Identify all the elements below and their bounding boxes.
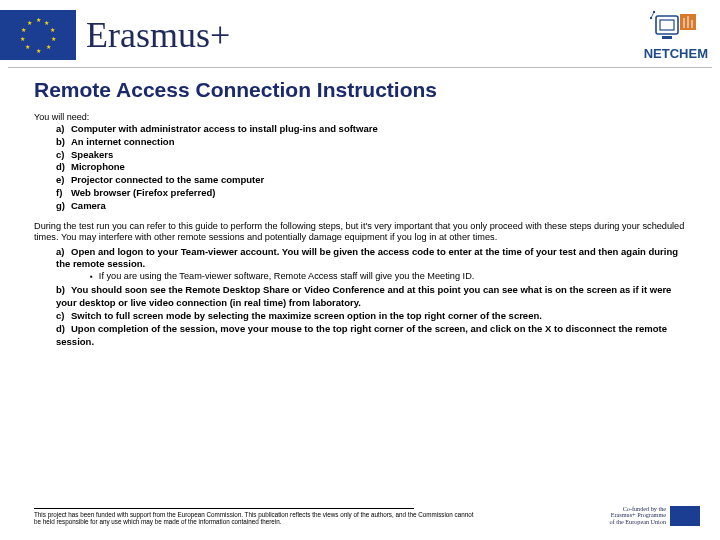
page-header: ★★ ★★ ★★ ★★ ★★ Erasmus+ NETC <box>0 0 720 65</box>
page-footer: This project has been funded with suppor… <box>34 506 700 526</box>
list-item: e)Projector connected to the same comput… <box>56 174 692 187</box>
eu-flag-small-icon <box>670 506 700 526</box>
footer-divider <box>34 508 414 509</box>
svg-rect-1 <box>660 20 674 30</box>
list-item: g)Camera <box>56 200 692 213</box>
list-item: f)Web browser (Firefox preferred) <box>56 187 692 200</box>
list-item: b)An internet connection <box>56 136 692 149</box>
steps-list: a)Open and logon to your Team-viewer acc… <box>34 246 692 348</box>
disclaimer-text: This project has been funded with suppor… <box>34 511 474 526</box>
list-item: d)Upon completion of the session, move y… <box>56 323 692 348</box>
requirements-intro: You will need: <box>34 112 692 122</box>
requirements-list: a)Computer with administrator access to … <box>34 123 692 213</box>
list-item: c)Speakers <box>56 149 692 162</box>
svg-rect-2 <box>662 36 672 39</box>
list-item: c)Switch to full screen mode by selectin… <box>56 310 692 322</box>
sub-item: If you are using the Team-viewer softwar… <box>90 271 692 283</box>
netchem-label: NETCHEM <box>644 46 708 61</box>
svg-rect-0 <box>656 16 678 34</box>
svg-line-8 <box>651 12 654 18</box>
footer-left: This project has been funded with suppor… <box>34 508 599 526</box>
instruction-paragraph: During the test run you can refer to thi… <box>34 221 692 244</box>
list-item: b)You should soon see the Remote Desktop… <box>56 284 692 309</box>
page-title: Remote Access Connection Instructions <box>34 78 692 102</box>
netchem-icon <box>650 8 702 44</box>
list-item: a)Computer with administrator access to … <box>56 123 692 136</box>
footer-right: Co-funded by the Erasmus+ Programme of t… <box>609 506 700 526</box>
erasmus-logo-text: Erasmus+ <box>86 14 230 56</box>
cofunded-text: Co-funded by the Erasmus+ Programme of t… <box>609 506 666 526</box>
netchem-logo: NETCHEM <box>644 8 708 61</box>
list-item: a)Open and logon to your Team-viewer acc… <box>56 246 692 271</box>
list-item: d)Microphone <box>56 161 692 174</box>
document-body: Remote Access Connection Instructions Yo… <box>0 68 720 348</box>
sub-list: If you are using the Team-viewer softwar… <box>56 271 692 283</box>
header-left: ★★ ★★ ★★ ★★ ★★ Erasmus+ <box>0 10 230 60</box>
eu-flag-icon: ★★ ★★ ★★ ★★ ★★ <box>0 10 76 60</box>
